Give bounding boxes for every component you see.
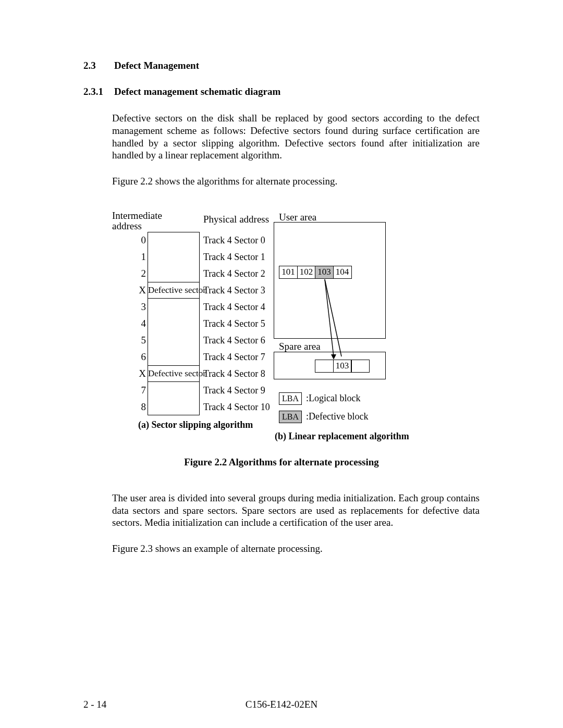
- phys-value: Track 4 Sector 4: [203, 299, 270, 315]
- ia-value: 2: [130, 265, 146, 282]
- legend-box-shaded: LBA: [279, 411, 302, 423]
- phys-value: Track 4 Sector 2: [203, 265, 270, 282]
- caption-a: (a) Sector slipping algorithm: [138, 419, 253, 430]
- phys-value: Track 4 Sector 6: [203, 332, 270, 349]
- sector-box: [148, 232, 200, 249]
- section-number: 2.3.1: [83, 86, 112, 97]
- figure-2.2: Intermediate address Physical address 0 …: [112, 214, 480, 453]
- phys-value: Track 4 Sector 7: [203, 349, 270, 365]
- ia-value: X: [130, 365, 146, 382]
- phys-value: Track 4 Sector 1: [203, 249, 270, 265]
- legend-defective-block: LBA :Defective block: [279, 411, 368, 423]
- user-lba-row: 101 102 103 104: [279, 266, 352, 279]
- intermediate-address-label: Intermediate address: [112, 211, 162, 231]
- phys-value: Track 4 Sector 10: [203, 399, 270, 415]
- ia-value: 3: [130, 299, 146, 315]
- lba-cell: 104: [333, 266, 352, 279]
- ia-value: 7: [130, 382, 146, 399]
- sector-box-column: Defective sector Defective sector: [148, 232, 200, 415]
- paragraph: Defective sectors on the disk shall be r…: [112, 112, 480, 162]
- user-area-label: User area: [279, 212, 316, 223]
- section-2.3.1: 2.3.1 Defect management schematic diagra…: [83, 86, 480, 97]
- ia-value: 0: [130, 232, 146, 249]
- section-title: Defect management schematic diagram: [114, 86, 280, 97]
- phys-value: Track 4 Sector 5: [203, 315, 270, 332]
- lba-cell-defective: 103: [315, 266, 334, 279]
- section-title: Defect Management: [114, 60, 199, 71]
- ia-value: 8: [130, 399, 146, 415]
- lba-cell: 101: [279, 266, 298, 279]
- sector-box: [148, 382, 200, 399]
- section-number: 2.3: [83, 60, 112, 71]
- lba-cell: 103: [333, 360, 352, 373]
- paragraph: Figure 2.3 shows an example of alternate…: [112, 542, 480, 555]
- ia-value: 4: [130, 315, 146, 332]
- legend-text: :Logical block: [306, 393, 360, 404]
- spare-lba-row: 103: [315, 360, 370, 373]
- page: 2.3 Defect Management 2.3.1 Defect manag…: [0, 0, 563, 728]
- document-id: C156-E142-02EN: [0, 699, 563, 710]
- physical-address-label: Physical address: [203, 214, 269, 225]
- section-2.3: 2.3 Defect Management: [83, 60, 480, 71]
- sector-box: [148, 349, 200, 365]
- ia-value: 1: [130, 249, 146, 265]
- legend-text: :Defective block: [306, 411, 368, 422]
- paragraph: Figure 2.2 shows the algorithms for alte…: [112, 175, 480, 188]
- paragraph: The user area is divided into several gr…: [112, 492, 480, 529]
- ia-value: 6: [130, 349, 146, 365]
- ia-value: 5: [130, 332, 146, 349]
- caption-b: (b) Linear replacement algorithm: [275, 431, 409, 442]
- sector-box: Defective sector: [148, 282, 200, 299]
- lba-cell: [351, 360, 370, 373]
- spare-area-label: Spare area: [279, 341, 321, 352]
- phys-value: Track 4 Sector 9: [203, 382, 270, 399]
- ia-value: X: [130, 282, 146, 299]
- sector-box: [148, 332, 200, 349]
- sector-box: [148, 315, 200, 332]
- phys-value: Track 4 Sector 0: [203, 232, 270, 249]
- phys-value: Track 4 Sector 3: [203, 282, 270, 299]
- phys-value: Track 4 Sector 8: [203, 365, 270, 382]
- sector-box: Defective sector: [148, 365, 200, 382]
- sector-box: [148, 399, 200, 415]
- legend-logical-block: LBA :Logical block: [279, 392, 360, 405]
- intermediate-address-column: 0 1 2 X 3 4 5 6 X 7 8: [130, 232, 146, 415]
- lba-cell: [315, 360, 334, 373]
- sector-box: [148, 265, 200, 282]
- physical-address-column: Track 4 Sector 0 Track 4 Sector 1 Track …: [203, 232, 270, 415]
- user-area-box: [274, 222, 386, 339]
- sector-box: [148, 249, 200, 265]
- sector-box: [148, 299, 200, 315]
- lba-cell: 102: [297, 266, 316, 279]
- legend-box: LBA: [279, 392, 302, 405]
- figure-caption: Figure 2.2 Algorithms for alternate proc…: [83, 456, 480, 468]
